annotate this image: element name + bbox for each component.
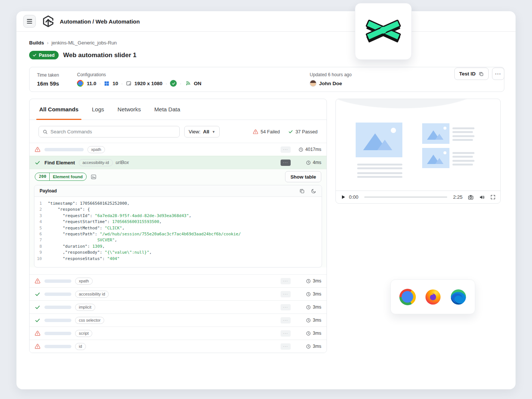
failed-count: 54 Failed [253,129,279,134]
payload-line: 3 "requestId": "6a7eda28-9f5f-4add-82de-… [34,213,322,219]
copy-payload-icon[interactable] [299,188,305,194]
command-row[interactable]: xpath ··· 3ms [30,274,327,287]
fullscreen-icon[interactable] [490,194,496,200]
command-row[interactable]: id ··· 3ms [30,340,327,353]
commands-panel: All CommandsLogsNetworksMeta Data View:A… [29,99,327,353]
chrome-icon [77,80,84,87]
resolution-value: 1920 x 1080 [134,81,163,86]
command-row[interactable]: implicit ··· 3ms [30,300,327,313]
passed-icon [35,291,41,297]
command-name-skeleton [44,306,71,309]
total-duration: 2:25 [453,194,463,200]
passed-icon [35,160,41,166]
command-rows-bottom: xpath ··· 3ms accessibility id ··· 3ms i… [30,274,327,353]
dark-mode-icon[interactable] [311,188,316,194]
clock-icon [306,318,311,323]
payload-line: 2 "response": { [34,207,322,213]
search-commands-input[interactable] [50,129,176,134]
command-name-skeleton [44,148,84,151]
command-name-skeleton [44,279,71,283]
screenshot-icon[interactable] [90,174,97,180]
windows-icon [104,81,109,86]
row-actions-button[interactable]: ··· [281,146,291,153]
row-actions-button[interactable]: ··· [281,278,291,284]
command-param: urlBox [116,160,129,165]
passed-icon [35,304,41,310]
payload-line: 10 "responseStatus": "404" [34,256,322,262]
command-name-skeleton [44,332,71,335]
warning-icon [253,129,258,134]
payload-card: Payload 1"timestamp": 170566560162525200… [34,185,322,267]
current-time: 0:00 [349,194,358,200]
command-row[interactable]: css selector ··· 3ms [30,313,327,327]
clock-icon [306,344,311,349]
mock-image-small [422,123,449,144]
locator-type-badge: xpath [87,146,105,153]
command-row-selected[interactable]: Find Element accessibility-id urlBox ···… [30,156,327,169]
video-preview[interactable] [336,99,500,191]
duration: 3ms [297,331,321,336]
row-actions-button[interactable]: ··· [281,330,291,337]
chevron-right-icon: › [47,40,49,46]
avatar [310,80,316,87]
view-filter-dropdown[interactable]: View:All▼ [184,126,220,137]
chrome-icon [399,289,416,305]
status-badge: Passed [29,51,59,59]
app-window: Automation / Web Automation Builds › jen… [16,11,516,389]
tab-meta-data[interactable]: Meta Data [154,99,180,120]
video-player: 0:00 2:25 [335,99,501,204]
chevron-down-icon: ▼ [212,130,215,134]
breadcrumb-builds-link[interactable]: Builds [29,40,44,46]
tab-networks[interactable]: Networks [118,99,141,120]
response-status-badge: 200Element found [35,173,87,181]
updated-column: Updated 6 hours ago John Doe [310,72,352,87]
copy-icon [479,71,484,77]
edge-icon [450,289,467,305]
test-id-button[interactable]: Test ID [454,68,489,80]
brand-logo-card [355,3,412,60]
locator-type-badge: id [75,343,86,350]
row-actions-button[interactable]: ··· [281,304,291,310]
row-actions-button[interactable]: ··· [281,291,291,297]
failed-icon [35,278,41,284]
selenium-icon [170,80,177,87]
command-row[interactable]: accessibility id ··· 3ms [30,287,327,300]
check-icon [33,53,37,57]
user-name: John Doe [319,81,342,86]
search-commands-box[interactable] [38,126,180,137]
clock-icon [299,147,303,152]
more-actions-button[interactable]: ··· [492,68,504,80]
commands-toolbar: View:All▼ 54 Failed 37 Passed [30,120,327,143]
search-icon [43,129,48,134]
video-controls: 0:00 2:25 [336,191,500,203]
clock-icon [306,305,311,310]
play-button[interactable] [340,194,346,200]
volume-icon[interactable] [479,194,485,200]
time-taken-column: Time taken 16m 59s [37,72,59,87]
x-logo-icon [362,15,404,48]
app-header: Automation / Web Automation [16,11,516,32]
tab-all-commands[interactable]: All Commands [39,99,78,120]
seek-bar[interactable] [364,197,447,198]
tab-logs[interactable]: Logs [92,99,104,120]
mock-image-large [356,123,402,157]
failed-icon [35,147,41,152]
row-actions-button[interactable]: ··· [281,160,291,166]
payload-line: 9 ,"responseBody": "{\"value\":null}", [34,250,322,256]
browsers-card [390,279,475,314]
command-row[interactable]: xpath ··· 4017ms [30,143,327,156]
locator-type-badge: implicit [75,304,95,311]
browser-version: 11.0 [87,81,96,86]
hamburger-menu-button[interactable] [23,15,36,28]
duration: 3ms [297,278,321,284]
app-logo-icon [42,15,55,28]
row-actions-button[interactable]: ··· [281,343,291,350]
screenshot-capture-icon[interactable] [468,194,474,200]
command-row[interactable]: script ··· 3ms [30,327,327,340]
show-table-button[interactable]: Show table [285,171,321,182]
payload-code: 1"timestamp": 1705665601625252000,2 "res… [34,197,322,267]
command-detail-section: 200Element found Show table Payload [30,169,327,267]
firefox-icon [425,289,441,305]
row-actions-button[interactable]: ··· [281,317,291,324]
check-icon [288,129,293,134]
